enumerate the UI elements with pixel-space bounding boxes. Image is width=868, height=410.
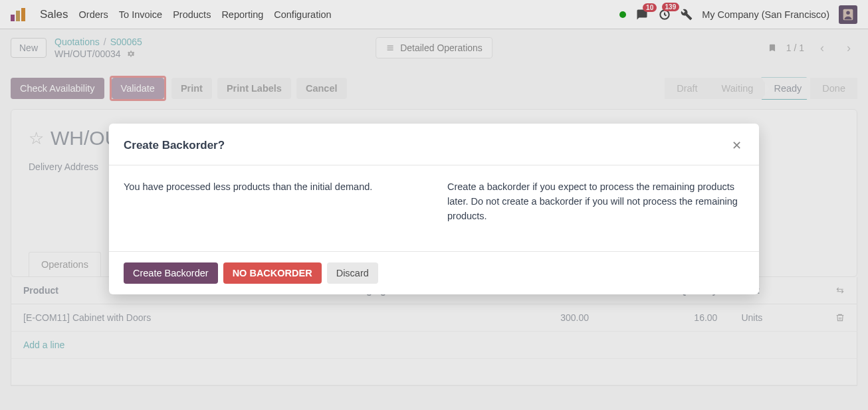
backorder-modal: Create Backorder? ✕ You have processed l… (109, 124, 759, 294)
no-backorder-button[interactable]: NO BACKORDER (223, 262, 322, 284)
close-icon[interactable]: ✕ (729, 136, 744, 155)
modal-body: You have processed less products than th… (109, 165, 759, 252)
modal-msg-right: Create a backorder if you expect to proc… (447, 180, 744, 223)
modal-title: Create Backorder? (124, 139, 225, 152)
modal-footer: Create Backorder NO BACKORDER Discard (109, 252, 759, 294)
modal-header: Create Backorder? ✕ (109, 124, 759, 165)
discard-button[interactable]: Discard (327, 262, 378, 284)
modal-msg-left: You have processed less products than th… (124, 180, 421, 223)
create-backorder-button[interactable]: Create Backorder (124, 262, 218, 284)
